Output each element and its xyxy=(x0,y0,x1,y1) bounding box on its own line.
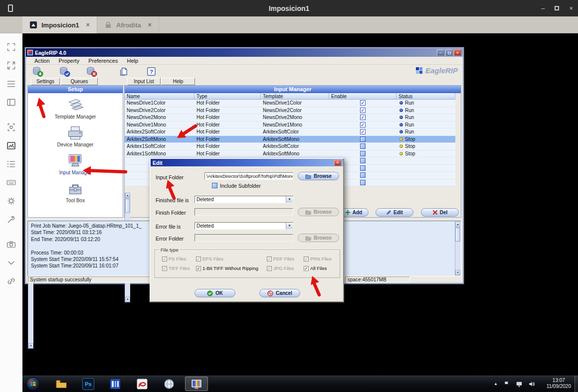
edit-button[interactable]: Edit xyxy=(376,208,413,217)
column-header-status[interactable]: Status xyxy=(396,93,455,99)
column-header-name[interactable]: Name xyxy=(125,93,194,99)
tab-settings[interactable]: Settings xyxy=(31,78,60,85)
tab-queues[interactable]: Queues xyxy=(61,78,98,85)
ok-button[interactable]: OK xyxy=(194,289,235,297)
input-row[interactable]: NewsDrive1MonoHot FolderNewsDrive1Mono✓R… xyxy=(125,122,455,129)
pdf-reader-icon[interactable] xyxy=(135,378,150,391)
log-scrollbar[interactable]: ▲ ▼ xyxy=(455,222,460,275)
screenshot-region-icon[interactable] xyxy=(5,41,18,53)
scroll-down-icon[interactable]: ▼ xyxy=(455,270,460,275)
tab-close-icon[interactable]: × xyxy=(148,21,152,28)
chevron-down-icon[interactable]: ▼ xyxy=(286,223,293,229)
start-button[interactable] xyxy=(26,377,40,391)
cancel-button[interactable]: Cancel xyxy=(259,289,300,297)
fullscreen-icon[interactable] xyxy=(5,60,18,71)
column-header-template[interactable]: Template xyxy=(261,93,329,99)
input-row[interactable]: Arkitex2SoftColorHot FolderArkitexSoftCo… xyxy=(125,129,455,136)
settings-gear-icon[interactable] xyxy=(5,195,18,207)
enable-checkbox[interactable]: ✓ xyxy=(360,115,366,120)
error-file-dropdown[interactable]: Deleted ▼ xyxy=(194,222,293,230)
action-center-flag-icon[interactable] xyxy=(503,381,510,388)
enable-checkbox[interactable] xyxy=(360,180,366,185)
delete-button[interactable]: Del xyxy=(421,208,459,217)
enable-checkbox[interactable] xyxy=(360,151,366,156)
submit-job-icon[interactable] xyxy=(30,65,45,77)
dialog-titlebar[interactable]: Edit × xyxy=(151,159,343,166)
close-icon[interactable]: × xyxy=(454,49,461,56)
session-tab-afrodita[interactable]: Afrodita× xyxy=(97,16,159,33)
browser-globe-icon[interactable] xyxy=(162,378,177,391)
enable-checkbox[interactable] xyxy=(360,172,366,178)
input-folder-field[interactable]: \ArkitexDirector\Softproof\ToRip\Pdf\Mon… xyxy=(204,172,293,180)
filetype-prn-files[interactable]: ✓PRN Files xyxy=(304,256,332,261)
tab-close-icon[interactable]: × xyxy=(86,21,90,28)
menu-action[interactable]: Action xyxy=(30,58,54,64)
wrench-tool-icon[interactable] xyxy=(5,214,18,225)
input-row[interactable]: NewsDrive2MonoHot FolderNewsDrive2Mono✓R… xyxy=(125,114,455,122)
finished-file-dropdown[interactable]: Deleted ▼ xyxy=(194,196,293,203)
setup-item-input-manager[interactable]: Input Manager xyxy=(43,153,108,175)
close-icon[interactable]: × xyxy=(334,160,341,166)
capture-icon[interactable] xyxy=(5,122,18,133)
help-icon[interactable] xyxy=(144,65,159,77)
enable-checkbox[interactable]: ✓ xyxy=(360,129,366,134)
enable-checkbox[interactable]: ✓ xyxy=(360,108,366,113)
tab-input-list[interactable]: Input List xyxy=(127,78,161,85)
enable-checkbox[interactable]: ✓ xyxy=(360,122,366,128)
input-row[interactable]: NewsDrive2ColorHot FolderNewsDrive2Color… xyxy=(125,107,455,115)
filetype-tiff-files[interactable]: ✓TIFF Files xyxy=(162,265,190,271)
tray-expand-icon[interactable]: ▲ xyxy=(494,382,498,386)
browse-input-folder-button[interactable]: Browse xyxy=(298,172,339,180)
chevron-down-icon[interactable]: ▼ xyxy=(286,196,293,203)
minimize-icon[interactable]: – xyxy=(437,49,444,56)
menu-help[interactable]: Help xyxy=(122,58,143,64)
filetype-eps-files[interactable]: ✓EPS Files xyxy=(196,256,223,261)
enable-checkbox[interactable] xyxy=(360,165,366,171)
filetype-1-bit-tiff-without-ripping[interactable]: ✓1-Bit TIFF Without Ripping xyxy=(196,265,258,271)
input-row[interactable]: NewsDrive1ColorHot FolderNewsDrive1Color… xyxy=(125,100,455,107)
restore-icon[interactable] xyxy=(555,6,559,10)
start-queue-icon[interactable] xyxy=(57,65,72,77)
menu-property[interactable]: Property xyxy=(54,58,84,64)
setup-item-device-manager[interactable]: Device Manager xyxy=(43,125,108,147)
scroll-up-icon[interactable]: ▲ xyxy=(455,222,460,227)
list-icon[interactable] xyxy=(5,158,18,170)
delete-job-icon[interactable] xyxy=(84,65,99,77)
network-display-icon[interactable] xyxy=(516,381,523,388)
enable-checkbox[interactable] xyxy=(360,143,366,149)
imposition-app-icon[interactable] xyxy=(108,378,123,391)
input-row[interactable]: Arkitex1SoftColorHot FolderArkitexSoftCo… xyxy=(125,143,455,150)
camera-icon[interactable] xyxy=(5,239,18,250)
column-header-enable[interactable]: Enable xyxy=(329,93,396,99)
tab-help[interactable]: Help xyxy=(161,78,195,85)
volume-icon[interactable] xyxy=(528,381,535,388)
scroll-up-icon[interactable]: ▲ xyxy=(125,193,130,198)
maximize-icon[interactable] xyxy=(445,49,453,56)
photoshop-icon[interactable]: Ps xyxy=(81,378,96,391)
filetype-jpg-files[interactable]: ✓JPG Files xyxy=(267,265,294,271)
scroll-down-icon[interactable]: ▼ xyxy=(125,297,130,302)
menu-preferences[interactable]: Preferences xyxy=(84,58,122,64)
column-header-type[interactable]: Type xyxy=(194,93,261,99)
close-icon[interactable]: × xyxy=(569,4,573,12)
filetype-ps-files[interactable]: ✓PS Files xyxy=(162,256,186,261)
scroll-down-icon[interactable]: ▼ xyxy=(28,343,33,349)
include-subfolder-checkbox[interactable] xyxy=(212,183,217,188)
scrollbar-thumb[interactable] xyxy=(455,228,460,242)
setup-item-tool-box[interactable]: Tool Box xyxy=(43,181,108,203)
image-viewer-icon[interactable] xyxy=(5,140,18,151)
collapse-chevron-icon[interactable] xyxy=(5,257,18,268)
enable-checkbox[interactable] xyxy=(360,136,366,142)
file-explorer-icon[interactable] xyxy=(54,378,69,391)
panel-layout-icon[interactable] xyxy=(5,97,18,108)
filetype-pdf-files[interactable]: ✓PDF Files xyxy=(267,256,294,261)
setup-item-template-manager[interactable]: Template Manager xyxy=(43,97,108,120)
input-row[interactable]: Arkitex1SoftMonoHot FolderArkitexSoftMon… xyxy=(125,150,455,158)
link-icon[interactable] xyxy=(5,275,18,287)
minimize-icon[interactable]: – xyxy=(541,4,545,12)
taskbar-clock[interactable]: 13:07 11/09/2020 xyxy=(547,378,571,390)
menu-icon[interactable] xyxy=(5,78,18,90)
copy-document-icon[interactable] xyxy=(116,65,131,77)
filetype-all-files[interactable]: ✓All Files xyxy=(304,265,327,271)
enable-checkbox[interactable]: ✓ xyxy=(360,100,366,106)
